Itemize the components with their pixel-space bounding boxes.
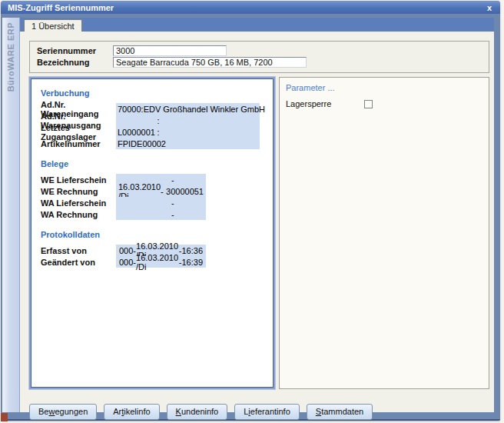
parameter-panel: Parameter ... Lagersperre: [279, 77, 489, 389]
brand-vertical-label: BüroWARE ERP: [6, 18, 15, 92]
bewegungen-button[interactable]: Bewegungen: [29, 404, 97, 420]
window-body: BüroWARE ERP 1 Übersicht Seriennummer Be…: [2, 18, 494, 412]
value-date: 16.03.2010 /Di: [136, 253, 179, 271]
detail-panel: Verbuchung Ad.Nr. Wareneingang 70000 : E…: [29, 77, 275, 389]
seriennummer-input[interactable]: [113, 45, 227, 56]
value-text: EDV Großhandel Winkler GmbH: [144, 105, 265, 114]
row-label: WA Lieferschein: [41, 198, 116, 208]
kundeninfo-button[interactable]: Kundeninfo: [167, 404, 228, 420]
row-value: 16.03.2010 /Di - 30000051: [116, 185, 206, 197]
value-code: FPIDE00002: [118, 139, 154, 148]
dialog-window: MIS-Zugriff Seriennummer x BüroWARE ERP …: [1, 1, 500, 421]
value-code: 70000: [118, 105, 141, 114]
detail-row: WA Lieferschein -: [41, 197, 274, 208]
value-colon: :: [154, 128, 162, 137]
row-value: L0000001 :: [116, 126, 260, 138]
parameter-title: Parameter ...: [286, 83, 482, 92]
section-title-verbuchung: Verbuchung: [41, 88, 274, 98]
lagersperre-checkbox[interactable]: [364, 100, 373, 108]
row-value: -: [116, 197, 206, 208]
detail-row: Geändert von 000 - 16.03.2010 /Di - 16:3…: [41, 256, 274, 268]
row-value: -: [116, 208, 206, 220]
section-verbuchung: Verbuchung Ad.Nr. Wareneingang 70000 : E…: [41, 88, 274, 149]
row-label: Erfasst von: [41, 246, 116, 255]
value-dash: -: [171, 175, 181, 185]
content-split: Verbuchung Ad.Nr. Wareneingang 70000 : E…: [29, 77, 489, 389]
row-label: Artikelnummer: [41, 139, 116, 148]
section-protokolldaten: Protokolldaten Erfasst von 000 - 16.03.2…: [41, 230, 274, 268]
artikelinfo-button[interactable]: Artikelinfo: [104, 404, 159, 420]
row-label: WA Rechnung: [41, 210, 116, 219]
row-label: WE Lieferschein: [41, 175, 116, 185]
value-code: L0000001: [118, 128, 154, 137]
row-value: 70000 : EDV Großhandel Winkler GmbH: [116, 103, 260, 115]
row-label: WE Rechnung: [41, 187, 116, 196]
value-dash: -: [171, 198, 181, 208]
field-row-seriennummer: Seriennummer: [30, 45, 489, 56]
value-time: 16:36: [181, 246, 203, 255]
row-value: :: [116, 115, 260, 126]
bezeichnung-input[interactable]: [113, 57, 307, 68]
detail-row: WE Rechnung 16.03.2010 /Di - 30000051: [41, 185, 274, 197]
value-dash: -: [171, 210, 181, 219]
section-title-belege: Belege: [41, 159, 274, 168]
field-row-bezeichnung: Bezeichnung: [30, 57, 489, 68]
stammdaten-button[interactable]: Stammdaten: [307, 404, 373, 420]
title-bar: MIS-Zugriff Seriennummer x: [1, 1, 500, 14]
value-colon: :: [154, 116, 162, 125]
row-label: Geändert von: [41, 258, 116, 267]
value-user: 000: [119, 258, 133, 267]
content-panel: Seriennummer Bezeichnung Verbuchung: [20, 32, 494, 412]
detail-row: Letztes Zugangslager L0000001 :: [41, 126, 274, 138]
brand-strip: BüroWARE ERP: [2, 18, 20, 412]
value-time: 16:39: [181, 258, 203, 267]
tab-bar: 1 Übersicht: [20, 18, 494, 32]
main-area: 1 Übersicht Seriennummer Bezeichnung: [20, 18, 494, 412]
window-title: MIS-Zugriff Seriennummer: [8, 3, 114, 12]
detail-row: WA Rechnung -: [41, 208, 274, 220]
value-dash: -: [161, 187, 166, 196]
row-value: FPIDE00002: [116, 138, 260, 149]
footer-button-bar: Bewegungen Artikelinfo Kundeninfo Liefer…: [29, 404, 494, 420]
header-fields-box: Seriennummer Bezeichnung: [29, 41, 489, 73]
row-value: 000 - 16.03.2010 /Di - 16:39: [116, 256, 206, 268]
lagersperre-row: Lagersperre: [286, 99, 482, 108]
seriennummer-label: Seriennummer: [30, 46, 113, 55]
value-number: 30000051: [166, 187, 206, 196]
background-artifact: [1, 413, 8, 421]
detail-row: Artikelnummer FPIDE00002: [41, 138, 274, 149]
value-user: 000: [119, 246, 133, 255]
section-title-protokolldaten: Protokolldaten: [41, 230, 274, 239]
close-icon[interactable]: x: [486, 3, 493, 12]
bezeichnung-label: Bezeichnung: [30, 58, 113, 67]
section-belege: Belege WE Lieferschein - WE Rechn: [41, 159, 274, 220]
lagersperre-label: Lagersperre: [286, 99, 341, 108]
tab-uebersicht[interactable]: 1 Übersicht: [24, 19, 82, 32]
lieferantinfo-button[interactable]: Lieferantinfo: [234, 404, 300, 420]
